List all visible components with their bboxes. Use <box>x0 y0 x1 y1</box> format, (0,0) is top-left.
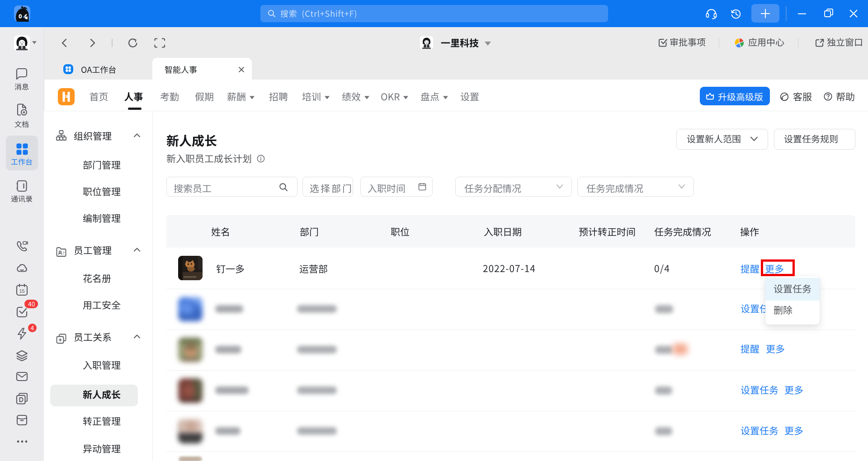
svg-text:15: 15 <box>19 288 24 294</box>
